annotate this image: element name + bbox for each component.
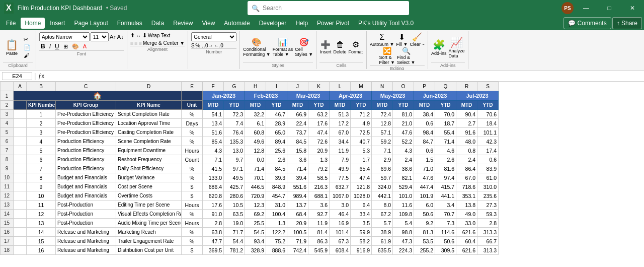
analyze-data-button[interactable]: 📈AnalyzeData	[448, 36, 464, 58]
cell-mar-mtd[interactable]: 66.9	[287, 110, 308, 119]
cell-mar-ytd[interactable]: 20.9	[308, 146, 330, 155]
col-header-a[interactable]: A	[14, 82, 27, 91]
cell-jan-mtd[interactable]: 17.6	[203, 201, 224, 210]
cell-feb-mtd[interactable]: 0.0	[245, 155, 266, 164]
decrease-decimal-button[interactable]: ←.0	[214, 42, 223, 48]
col-header-o[interactable]: O	[393, 82, 414, 91]
percent-button[interactable]: %	[195, 42, 200, 48]
cell-unit[interactable]: %	[182, 128, 203, 137]
cell-kpi-group[interactable]: Release and Marketing	[56, 237, 116, 246]
format-painter-button[interactable]: 🖌	[22, 52, 33, 59]
cell-kpi-group[interactable]: Release and Marketing	[56, 228, 116, 237]
cell-jan-ytd[interactable]: 9.7	[224, 155, 245, 164]
cell-jul-ytd[interactable]: 42.3	[477, 137, 499, 146]
cell-kpi-group[interactable]: Production Efficiency	[56, 164, 116, 173]
cell-kpi-group[interactable]: Post-Production	[56, 210, 116, 219]
cell-jun-ytd[interactable]: 4.6	[435, 146, 456, 155]
cell-may-mtd[interactable]: 61.9	[372, 237, 393, 246]
cell-may-ytd[interactable]: 109.8	[393, 210, 414, 219]
cell-may-mtd[interactable]: 8.0	[372, 201, 393, 210]
cell-feb-mtd[interactable]: 93.4	[245, 237, 266, 246]
fill-button[interactable]: ⬇Fill ▼	[396, 32, 408, 47]
cell-jun-ytd[interactable]: 81.6	[435, 164, 456, 173]
cell-mar-ytd[interactable]: 86.3	[308, 237, 330, 246]
cell-apr-mtd[interactable]: 7.9	[330, 155, 351, 164]
cell-apr-ytd[interactable]: 916.9	[351, 246, 372, 255]
menu-formulas[interactable]: Formulas	[113, 18, 146, 29]
cell-a[interactable]	[14, 201, 27, 210]
cell-jul-mtd[interactable]: 91.6	[456, 128, 477, 137]
cell-jun-mtd[interactable]: 255.2	[414, 246, 435, 255]
cell-unit[interactable]: %	[182, 173, 203, 182]
cell-may-mtd[interactable]: 59.2	[372, 137, 393, 146]
cell-feb-mtd[interactable]: 71.4	[245, 164, 266, 173]
cell-feb-mtd[interactable]: 70.1	[245, 173, 266, 182]
cell-jan-mtd[interactable]: 63.8	[203, 228, 224, 237]
menu-power-pivot[interactable]: Power Pivot	[313, 18, 353, 29]
cell-jan-ytd[interactable]: 72.3	[224, 110, 245, 119]
cell-jul-mtd[interactable]: 0.8	[456, 146, 477, 155]
cell-jul-ytd[interactable]: 61.0	[477, 173, 499, 182]
cell-apr-mtd[interactable]: 49.9	[330, 164, 351, 173]
cell-may-ytd[interactable]: 5.4	[393, 219, 414, 228]
cell-mar-ytd[interactable]: 545.9	[308, 246, 330, 255]
cell-a[interactable]	[14, 137, 27, 146]
cell-apr-mtd[interactable]: 17.2	[330, 119, 351, 128]
cell-kpi-num[interactable]: 14	[27, 228, 56, 237]
cell-apr-mtd[interactable]: 46.4	[330, 210, 351, 219]
copy-button[interactable]: 📄	[22, 44, 33, 51]
cell-mar-ytd[interactable]: 11.9	[308, 219, 330, 228]
cell-apr-ytd[interactable]: 6.4	[351, 201, 372, 210]
paste-button[interactable]: 📋 Paste	[3, 37, 21, 57]
cell-jun-mtd[interactable]: 71.0	[414, 164, 435, 173]
cell-jun-mtd[interactable]: 447.4	[414, 182, 435, 191]
number-format-select[interactable]: General	[191, 32, 236, 41]
row-num[interactable]: 15	[1, 219, 14, 228]
cell-jan-mtd[interactable]: 91.0	[203, 210, 224, 219]
cell-a[interactable]	[14, 119, 27, 128]
cell-mar-mtd[interactable]: 71.9	[287, 237, 308, 246]
cell-unit[interactable]: $	[182, 246, 203, 255]
cell-may-ytd[interactable]: 224.3	[393, 246, 414, 255]
cell-jul-ytd[interactable]: 310.0	[477, 182, 499, 191]
cell-jan-mtd[interactable]: 686.4	[203, 182, 224, 191]
insert-cells-button[interactable]: ➕Insert	[320, 40, 332, 54]
cell-mar-ytd[interactable]: 92.7	[308, 210, 330, 219]
cell-jul-mtd[interactable]: 718.6	[456, 182, 477, 191]
col-header-f[interactable]: F	[203, 82, 224, 91]
cell-unit[interactable]: Days	[182, 119, 203, 128]
cell-apr-mtd[interactable]: 77.5	[330, 173, 351, 182]
cell-jul-mtd[interactable]: 60.4	[456, 237, 477, 246]
cell-kpi-name[interactable]: Editing Time per Scene	[116, 201, 182, 210]
row-num[interactable]: 7	[1, 146, 14, 155]
cell-mar-ytd[interactable]: 81.4	[308, 228, 330, 237]
italic-button[interactable]: I	[48, 42, 52, 50]
cell-kpi-name[interactable]: Cost per Scene	[116, 182, 182, 191]
cell-kpi-num[interactable]: 1	[27, 110, 56, 119]
cell-apr-mtd[interactable]: 67.3	[330, 237, 351, 246]
cell-unit[interactable]: %	[182, 164, 203, 173]
cell-may-ytd[interactable]: 47.3	[393, 237, 414, 246]
cell-mar-mtd[interactable]: 13.7	[287, 201, 308, 210]
cell-mar-mtd[interactable]: 73.7	[287, 128, 308, 137]
cell-a[interactable]	[14, 173, 27, 182]
cell-apr-mtd[interactable]: 632.7	[330, 182, 351, 191]
cell-mar-ytd[interactable]: 58.5	[308, 173, 330, 182]
cell-a[interactable]	[14, 219, 27, 228]
cell-mar-ytd[interactable]: 688.1	[308, 191, 330, 201]
cell-mar-mtd[interactable]: 39.4	[287, 173, 308, 182]
col-header-j[interactable]: J	[287, 82, 308, 91]
conditional-formatting-button[interactable]: 🎨ConditionalFormatting ▼	[243, 37, 270, 57]
cell-jul-mtd[interactable]: 90.4	[456, 110, 477, 119]
cell-kpi-num[interactable]: 10	[27, 191, 56, 201]
cell-may-mtd[interactable]: 38.9	[372, 228, 393, 237]
cell-apr-mtd[interactable]: 51.3	[330, 110, 351, 119]
cell-may-mtd[interactable]: 2.9	[372, 155, 393, 164]
cell-kpi-name[interactable]: Reshoot Frequency	[116, 155, 182, 164]
cell-apr-ytd[interactable]: 4.9	[351, 119, 372, 128]
cell-may-mtd[interactable]: 7.1	[372, 146, 393, 155]
col-header-s[interactable]: S	[477, 82, 499, 91]
cell-unit[interactable]: %	[182, 210, 203, 219]
menu-view[interactable]: View	[198, 18, 219, 29]
cell-may-ytd[interactable]: 529.4	[393, 182, 414, 191]
